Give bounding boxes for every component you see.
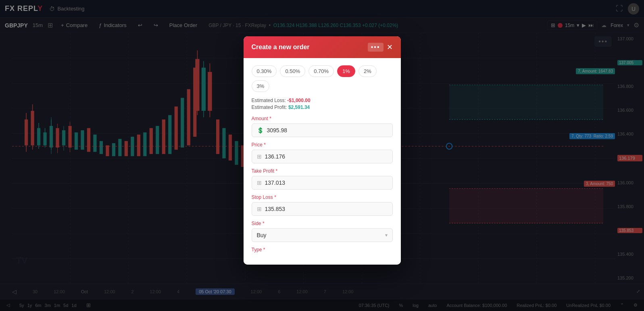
stop-loss-value: 135.853 [265,206,286,212]
risk-buttons-group: 0.30% 0.50% 0.70% 1% 2% 3% [252,65,393,92]
more-options-btn[interactable]: ••• [368,43,383,52]
amount-label: Amount * [252,116,393,121]
estimated-loss-label: Estimated Loss: [252,98,286,103]
price-icon: ⊞ [257,153,262,160]
take-profit-input[interactable]: ⊞ 137.013 [252,176,393,190]
price-value: 136.176 [265,153,286,160]
modal-header: Create a new order ••• ✕ [244,36,401,58]
create-order-modal: Create a new order ••• ✕ 0.30% 0.50% 0.7… [244,36,401,265]
modal-close-button[interactable]: ✕ [387,44,393,51]
price-field-group: Price * ⊞ 136.176 [252,142,393,163]
stop-loss-field-group: Stop Loss * ⊞ 135.853 [252,194,393,216]
risk-3pct-btn[interactable]: 3% [252,80,270,92]
risk-2pct-btn[interactable]: 2% [358,65,377,77]
side-value: Buy [257,232,267,238]
estimated-profit-row: Estimated Profit: $2,591.34 [252,104,393,110]
modal-body: 0.30% 0.50% 0.70% 1% 2% 3% Estimated Los… [244,58,401,265]
stop-loss-label: Stop Loss * [252,194,393,200]
take-profit-icon: ⊞ [257,180,262,186]
side-select[interactable]: Buy ▾ [252,228,393,242]
side-label: Side * [252,221,393,226]
amount-field-group: Amount * 💲 3095.98 [252,116,393,137]
side-dropdown-arrow: ▾ [385,232,388,238]
estimated-profit-label: Estimated Profit: [252,104,287,110]
price-input[interactable]: ⊞ 136.176 [252,150,393,163]
type-label: Type * [252,247,393,253]
take-profit-field-group: Take Profit * ⊞ 137.013 [252,168,393,190]
amount-input[interactable]: 💲 3095.98 [252,123,393,137]
stop-loss-input[interactable]: ⊞ 135.853 [252,202,393,216]
price-label: Price * [252,142,393,148]
side-field-group: Side * Buy ▾ [252,221,393,242]
estimated-loss-row: Estimated Loss: -$1,000.00 [252,98,393,103]
take-profit-label: Take Profit * [252,168,393,174]
take-profit-value: 137.013 [265,180,286,186]
estimated-values: Estimated Loss: -$1,000.00 Estimated Pro… [252,98,393,110]
stop-loss-icon: ⊞ [257,206,262,212]
risk-070-btn[interactable]: 0.70% [308,65,334,77]
risk-030-btn[interactable]: 0.30% [252,65,277,77]
amount-icon: 💲 [257,127,264,134]
modal-title: Create a new order [252,44,310,51]
modal-overlay: Create a new order ••• ✕ 0.30% 0.50% 0.7… [0,0,644,311]
type-field-group: Type * [252,247,393,253]
estimated-profit-value: $2,591.34 [288,104,310,110]
risk-1pct-btn[interactable]: 1% [337,65,355,77]
risk-050-btn[interactable]: 0.50% [280,65,305,77]
amount-value: 3095.98 [267,127,288,134]
estimated-loss-value: -$1,000.00 [287,98,310,103]
